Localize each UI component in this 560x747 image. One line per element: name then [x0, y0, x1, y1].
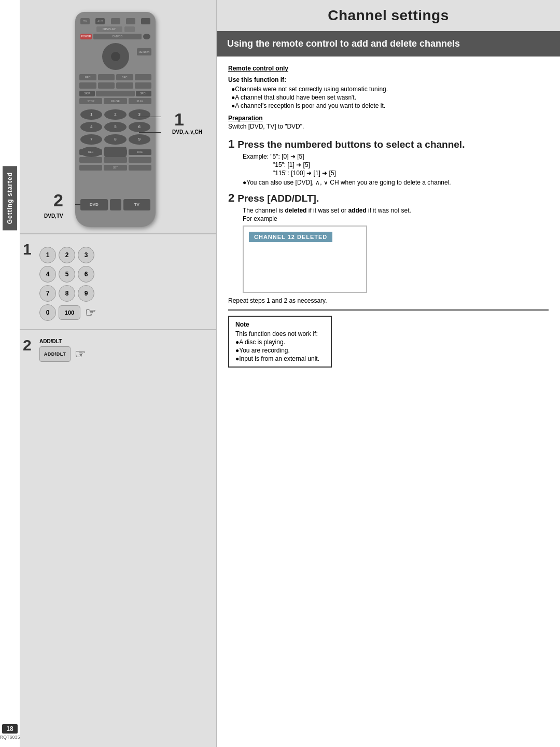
page-number: 18 — [2, 724, 17, 734]
preparation-text: Switch [DVD, TV] to "DVD". — [228, 123, 549, 130]
numpad-btn-100: 100 — [59, 305, 80, 320]
note-box: Note This function does not work if: ●A … — [228, 316, 332, 368]
rqt-code: RQT6035 — [0, 735, 20, 740]
numpad-btn-0: 0 — [39, 304, 56, 321]
numpad-btn-1: 1 — [39, 247, 56, 263]
hand-cursor-icon-2: ☞ — [75, 347, 86, 361]
page-title: Channel settings — [328, 7, 449, 23]
numpad-btn-3: 3 — [78, 247, 94, 263]
bullet-1: ●Channels were not set correctly using a… — [231, 86, 549, 93]
numpad-btn-7: 7 — [39, 285, 56, 302]
repeat-text: Repeat steps 1 and 2 as necessary. — [228, 297, 549, 304]
label-1: 1 — [174, 109, 184, 130]
step1-num: 1 — [228, 137, 234, 151]
numpad-btn-5: 5 — [59, 266, 75, 283]
step2-num: 2 — [228, 191, 234, 205]
numpad-btn-8: 8 — [59, 285, 75, 302]
note-item-3: ●Input is from an external unit. — [235, 355, 325, 362]
channel-deleted-box: CHANNEL 12 DELETED — [243, 225, 367, 293]
preparation-label: Preparation — [228, 115, 549, 122]
footer: 18 RQT6035 — [0, 724, 20, 740]
numpad-btn-4: 4 — [39, 266, 56, 283]
step1-body: Example: "5": [0] ➜ [5] "15": [1] ➜ [5] … — [243, 153, 549, 186]
right-content: Remote control only Use this function if… — [217, 57, 560, 747]
step1-number: 1 — [23, 241, 32, 258]
step2-section: 2 ADD/DLT ADD/DLT ☞ — [20, 329, 216, 747]
label-2: 2 — [53, 190, 63, 210]
step1-note: ●You can also use [DVD], ∧, ∨ CH when yo… — [243, 179, 549, 186]
note-item-0: This function does not work if: — [235, 330, 325, 337]
section-heading: Using the remote control to add and dele… — [217, 31, 560, 57]
right-panel: Channel settings Using the remote contro… — [217, 0, 560, 747]
right-step2: 2 Press [ADD/DLT]. The channel is delete… — [228, 191, 549, 293]
bullet-2: ●A channel that should have been set was… — [231, 94, 549, 101]
step1-title: Press the numbered buttons to select a c… — [237, 139, 465, 150]
step2-number: 2 — [23, 336, 32, 354]
remote-control-label: Remote control only — [228, 65, 549, 72]
for-example-label: For example — [243, 215, 549, 222]
note-item-1: ●A disc is playing. — [235, 339, 325, 346]
numpad-btn-2: 2 — [59, 247, 75, 263]
left-panel: TV AUX DISPLAY POWER DVD/CD — [20, 0, 217, 747]
note-title: Note — [235, 321, 325, 328]
note-item-2: ●You are recording. — [235, 347, 325, 354]
step2-body: The channel is deleted if it was set or … — [243, 207, 549, 293]
sidebar-tab: Getting started — [3, 166, 17, 230]
remote-area: TV AUX DISPLAY POWER DVD/CD — [20, 0, 216, 233]
label-dvd-ch: DVD,∧,∨,CH — [172, 129, 202, 135]
add-dlt-label: ADD/DLT — [39, 339, 208, 344]
numpad-btn-6: 6 — [78, 266, 94, 283]
page-title-bar: Channel settings — [217, 0, 560, 31]
divider — [228, 309, 549, 311]
label-dvd-tv: DVD,TV — [44, 213, 63, 219]
numpad-diagram: 1 2 3 4 5 6 7 8 9 0 100 ☞ — [39, 247, 96, 321]
numpad-btn-9: 9 — [78, 285, 94, 302]
step1-section: 1 1 2 3 4 5 6 7 8 9 — [20, 233, 216, 329]
bullet-3: ●A channel's reception is poor and you w… — [231, 102, 549, 109]
add-dlt-button[interactable]: ADD/DLT — [39, 346, 71, 362]
step2-title: Press [ADD/DLT]. — [237, 193, 319, 204]
remote-control-image: TV AUX DISPLAY POWER DVD/CD — [75, 12, 161, 227]
channel-deleted-badge: CHANNEL 12 DELETED — [249, 232, 332, 242]
sidebar: Getting started 18 RQT6035 — [0, 0, 20, 747]
use-function-label: Use this function if: — [228, 76, 549, 83]
hand-cursor-icon: ☞ — [85, 305, 96, 320]
right-step1: 1 Press the numbered buttons to select a… — [228, 137, 549, 186]
